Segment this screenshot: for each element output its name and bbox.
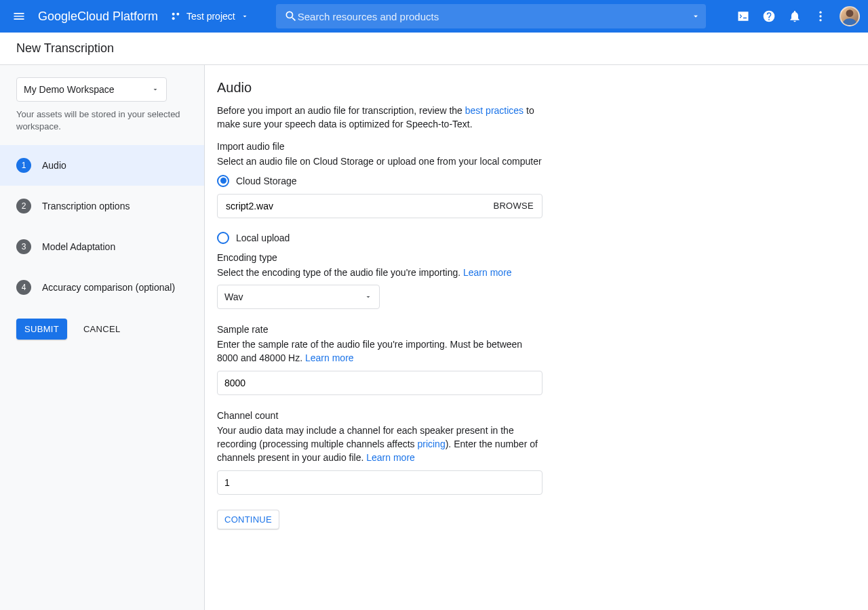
channel-desc: Your audio data may include a channel fo… — [217, 424, 542, 465]
chevron-down-icon — [241, 12, 249, 20]
more-vert-icon[interactable] — [814, 9, 827, 23]
encoding-block: Encoding type Select the encoding type o… — [217, 252, 542, 309]
sample-desc: Enter the sample rate of the audio file … — [217, 338, 542, 365]
step-number: 4 — [16, 280, 31, 295]
encoding-desc: Select the encoding type of the audio fi… — [217, 266, 542, 279]
svg-point-4 — [819, 15, 821, 17]
continue-button[interactable]: CONTINUE — [217, 510, 279, 529]
learn-more-link[interactable]: Learn more — [366, 452, 415, 463]
workspace-value: My Demo Workspace — [24, 84, 115, 95]
section-heading: Audio — [217, 80, 852, 96]
import-header: Import audio file — [217, 141, 542, 152]
svg-point-1 — [176, 13, 179, 16]
encoding-header: Encoding type — [217, 252, 542, 263]
project-icon — [170, 11, 181, 22]
project-selector[interactable]: Test project — [170, 11, 249, 22]
svg-point-5 — [819, 19, 821, 21]
radio-cloud-storage[interactable]: Cloud Storage — [217, 175, 542, 187]
sample-rate-block: Sample rate Enter the sample rate of the… — [217, 324, 542, 395]
page-title: New Transcription — [16, 41, 114, 56]
workspace-help: Your assets will be stored in your selec… — [16, 108, 188, 133]
step-model-adaptation[interactable]: 3 Model Adaptation — [0, 226, 204, 267]
search-icon — [284, 9, 298, 23]
channel-header: Channel count — [217, 410, 542, 421]
svg-point-2 — [172, 17, 175, 20]
import-desc: Select an audio file on Cloud Storage or… — [217, 155, 542, 168]
learn-more-link[interactable]: Learn more — [463, 267, 512, 278]
svg-point-3 — [819, 12, 821, 14]
platform-logo[interactable]: Google Cloud Platform — [38, 9, 158, 24]
encoding-select[interactable]: Wav — [217, 285, 380, 309]
step-transcription-options[interactable]: 2 Transcription options — [0, 186, 204, 226]
top-bar: Google Cloud Platform Test project — [0, 0, 868, 33]
step-label: Transcription options — [42, 201, 130, 211]
cloud-shell-icon[interactable] — [736, 9, 750, 23]
radio-label: Local upload — [236, 232, 290, 243]
best-practices-link[interactable]: best practices — [465, 105, 524, 116]
step-label: Model Adaptation — [42, 241, 115, 252]
step-audio[interactable]: 1 Audio — [0, 145, 204, 186]
step-number: 2 — [16, 199, 31, 214]
step-number: 3 — [16, 239, 31, 254]
sidebar: My Demo Workspace Your assets will be st… — [0, 65, 205, 610]
main-content: Audio Before you import an audio file fo… — [205, 65, 868, 610]
logo-text: Cloud Platform — [77, 9, 158, 24]
search-bar[interactable] — [276, 4, 706, 28]
file-input[interactable] — [226, 201, 493, 211]
sample-header: Sample rate — [217, 324, 542, 335]
chevron-down-icon — [151, 85, 159, 94]
radio-label: Cloud Storage — [236, 176, 297, 186]
pricing-link[interactable]: pricing — [417, 439, 445, 449]
logo-bold: Google — [38, 9, 77, 24]
import-audio-block: Import audio file Select an audio file o… — [217, 141, 542, 244]
svg-point-6 — [846, 9, 854, 17]
search-input[interactable] — [298, 11, 686, 22]
submit-button[interactable]: SUBMIT — [16, 319, 67, 340]
browse-button[interactable]: BROWSE — [493, 201, 534, 211]
section-intro: Before you import an audio file for tran… — [217, 104, 542, 131]
step-accuracy-comparison[interactable]: 4 Accuracy comparison (optional) — [0, 267, 204, 308]
user-avatar[interactable] — [840, 6, 860, 26]
cancel-button[interactable]: CANCEL — [83, 319, 121, 340]
chevron-down-icon — [364, 293, 372, 301]
step-number: 1 — [16, 158, 31, 173]
search-dropdown-icon[interactable] — [691, 12, 701, 21]
notifications-icon[interactable] — [788, 9, 802, 23]
step-label: Audio — [42, 160, 66, 171]
hamburger-menu-icon[interactable] — [11, 8, 27, 24]
sample-rate-input[interactable] — [217, 371, 542, 395]
svg-point-0 — [172, 13, 175, 16]
topbar-actions — [726, 6, 860, 26]
radio-icon — [217, 175, 229, 187]
encoding-value: Wav — [224, 291, 243, 302]
channel-count-block: Channel count Your audio data may includ… — [217, 410, 542, 495]
radio-icon — [217, 232, 229, 244]
help-icon[interactable] — [762, 9, 776, 23]
step-label: Accuracy comparison (optional) — [42, 282, 175, 293]
channel-count-input[interactable] — [217, 470, 542, 495]
workspace-select[interactable]: My Demo Workspace — [16, 77, 167, 102]
project-name: Test project — [186, 11, 235, 22]
file-input-row: BROWSE — [217, 194, 542, 218]
page-title-bar: New Transcription — [0, 33, 868, 65]
radio-local-upload[interactable]: Local upload — [217, 232, 542, 244]
learn-more-link[interactable]: Learn more — [305, 352, 354, 363]
